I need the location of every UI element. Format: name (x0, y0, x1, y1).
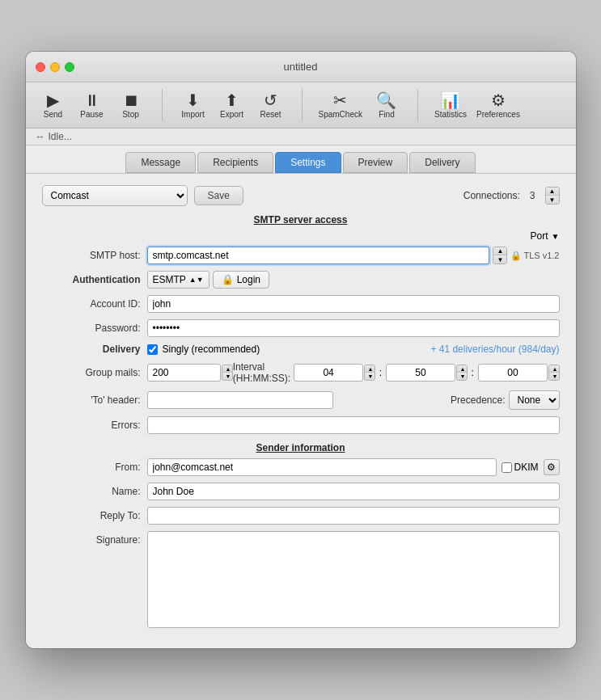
from-input[interactable] (147, 458, 497, 476)
tab-recipients[interactable]: Recipients (197, 152, 273, 173)
signature-textarea[interactable] (147, 531, 560, 628)
toolbar-tools-group: ✂ SpamCheck 🔍 Find (319, 92, 401, 119)
smtp-section-header: SMTP server access (42, 214, 560, 226)
pause-button[interactable]: ⏸ Pause (78, 92, 107, 119)
interval-label: Interval (HH:MM:SS): (233, 361, 290, 384)
pause-icon: ⏸ (84, 92, 100, 108)
auth-chevron-icon: ▲▼ (189, 276, 204, 284)
interval-mm-up[interactable]: ▲ (457, 365, 468, 373)
dkim-checkbox[interactable] (502, 462, 512, 473)
minimize-button[interactable] (50, 62, 60, 72)
account-dropdown[interactable]: Comcast (42, 185, 188, 206)
interval-sep-1: : (379, 367, 383, 378)
import-button[interactable]: ⬇ Import (179, 92, 208, 119)
dkim-checkbox-wrapper: DKIM (502, 462, 539, 473)
group-mails-input-wrapper: ▲ ▼ (147, 364, 233, 382)
stop-button[interactable]: ⏹ Stop (116, 92, 146, 119)
errors-input[interactable] (147, 416, 560, 434)
connections-value: 3 (530, 190, 535, 201)
smtp-host-down[interactable]: ▼ (493, 255, 506, 264)
interval-mm-input[interactable] (386, 364, 455, 382)
interval-hh-down[interactable]: ▼ (365, 373, 375, 380)
smtp-host-up[interactable]: ▲ (493, 247, 506, 255)
group-mails-down[interactable]: ▼ (222, 373, 233, 380)
interval-mm-spinner[interactable]: ▲ ▼ (456, 365, 468, 381)
interval-ss-input[interactable] (478, 364, 548, 382)
tls-label: TLS v1.2 (523, 251, 559, 260)
spamcheck-icon: ✂ (333, 92, 347, 108)
export-button[interactable]: ⬆ Export (218, 92, 247, 119)
login-button[interactable]: 🔒 Login (213, 271, 269, 289)
maximize-button[interactable] (65, 62, 74, 72)
tab-delivery[interactable]: Delivery (409, 152, 475, 173)
reply-to-input[interactable] (147, 507, 560, 525)
password-label: Password: (42, 323, 147, 334)
close-button[interactable] (36, 62, 45, 72)
precedence-select[interactable]: None (509, 390, 560, 410)
find-button[interactable]: 🔍 Find (372, 92, 401, 119)
spamcheck-label: SpamCheck (319, 110, 362, 119)
auth-select[interactable]: ESMTP ▲▼ (147, 271, 210, 289)
top-bar-left: Comcast Save (42, 185, 243, 206)
from-label: From: (42, 462, 147, 473)
connections-spinner[interactable]: ▲ ▼ (545, 187, 560, 205)
top-bar: Comcast Save Connections: 3 ▲ ▼ (42, 185, 560, 206)
spamcheck-button[interactable]: ✂ SpamCheck (319, 92, 362, 119)
tls-badge: 🔒 TLS v1.2 (510, 251, 559, 261)
toolbar-sep-2 (302, 89, 303, 121)
delivery-checkbox[interactable] (147, 344, 158, 355)
statusbar-text: Idle... (49, 131, 72, 142)
interval-hh-spinner[interactable]: ▲ ▼ (364, 365, 375, 381)
interval-ss-spinner[interactable]: ▲ ▼ (548, 365, 560, 381)
interval-ss-up[interactable]: ▲ (549, 365, 560, 373)
connections-up[interactable]: ▲ (546, 188, 559, 196)
delivery-row: Delivery Singly (recommended) + 41 deliv… (42, 344, 560, 355)
toolbar-send-group: ▶ Send ⏸ Pause ⏹ Stop (39, 92, 146, 119)
account-id-input[interactable] (147, 295, 560, 313)
from-row: From: DKIM ⚙ (42, 458, 560, 476)
dkim-gear-button[interactable]: ⚙ (544, 459, 560, 475)
tab-settings[interactable]: Settings (275, 152, 341, 173)
dkim-label: DKIM (514, 462, 539, 473)
interval-hh-input[interactable] (294, 364, 363, 382)
interval-mm-down[interactable]: ▼ (457, 373, 468, 380)
statusbar-arrow: ↔ (36, 131, 45, 142)
interval-hh-up[interactable]: ▲ (365, 365, 375, 373)
precedence-group: Precedence: None (451, 390, 559, 410)
account-id-row: Account ID: (42, 295, 560, 313)
send-label: Send (44, 110, 62, 119)
smtp-host-input[interactable] (147, 247, 490, 264)
smtp-host-spinner[interactable]: ▲ ▼ (493, 247, 507, 264)
account-id-field (147, 295, 560, 313)
statistics-button[interactable]: 📊 Statistics (434, 92, 467, 119)
interval-ss-down[interactable]: ▼ (549, 373, 560, 380)
group-mails-input[interactable] (147, 364, 222, 382)
connections-down[interactable]: ▼ (546, 196, 559, 204)
name-label: Name: (42, 486, 147, 497)
connections-row: Connections: 3 ▲ ▼ (463, 187, 560, 205)
delivery-controls: Singly (recommended) (147, 344, 260, 355)
password-row: Password: (42, 319, 560, 337)
tab-message[interactable]: Message (125, 152, 196, 173)
signature-row: Signature: (42, 531, 560, 630)
to-header-input[interactable] (147, 391, 333, 409)
group-mails-spinner[interactable]: ▲ ▼ (222, 365, 233, 381)
send-icon: ▶ (47, 92, 59, 108)
reply-to-field (147, 507, 560, 525)
send-button[interactable]: ▶ Send (39, 92, 68, 119)
to-header-row: 'To' header: Precedence: None (42, 390, 560, 410)
interval-sep-2: : (471, 367, 475, 378)
toolbar-sep-3 (417, 89, 418, 121)
preferences-icon: ⚙ (491, 92, 506, 108)
signature-field (147, 531, 560, 630)
export-icon: ⬆ (225, 92, 239, 108)
statistics-icon: 📊 (440, 92, 460, 108)
name-input[interactable] (147, 483, 560, 500)
reset-button[interactable]: ↺ Reset (256, 92, 286, 119)
tab-preview[interactable]: Preview (343, 152, 408, 173)
password-input[interactable] (147, 319, 560, 337)
import-icon: ⬇ (186, 92, 200, 108)
group-mails-up[interactable]: ▲ (222, 365, 233, 373)
preferences-button[interactable]: ⚙ Preferences (476, 92, 520, 119)
save-button[interactable]: Save (194, 186, 243, 205)
